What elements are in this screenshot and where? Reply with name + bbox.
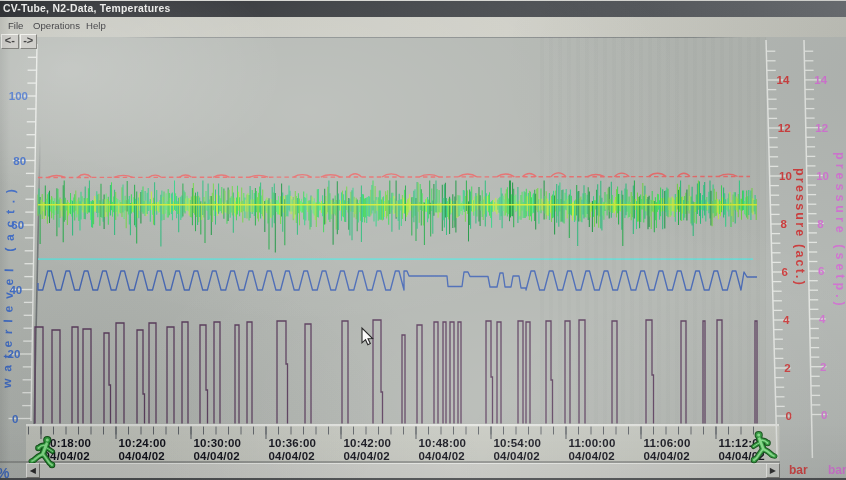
svg-text:6: 6 (818, 265, 824, 277)
svg-text:0: 0 (786, 410, 792, 422)
svg-text:10:54:00: 10:54:00 (494, 437, 542, 449)
svg-text:10:30:00: 10:30:00 (194, 437, 242, 449)
svg-text:0: 0 (12, 413, 18, 425)
svg-text:11:00:00: 11:00:00 (569, 437, 616, 449)
svg-text:10: 10 (779, 170, 792, 182)
svg-text:6: 6 (782, 266, 788, 278)
svg-text:04/04/02: 04/04/02 (494, 450, 540, 462)
svg-text:10:36:00: 10:36:00 (269, 437, 317, 449)
svg-text:12: 12 (815, 122, 828, 134)
svg-text:04/04/02: 04/04/02 (119, 450, 165, 462)
svg-text:11:06:00: 11:06:00 (644, 437, 691, 449)
svg-text:pressure (act.): pressure (act.) (793, 168, 807, 287)
svg-text:04/04/02: 04/04/02 (269, 450, 315, 462)
svg-text:12: 12 (778, 122, 791, 134)
svg-text:04/04/02: 04/04/02 (344, 450, 390, 462)
svg-text:8: 8 (817, 218, 824, 230)
svg-text:10:42:00: 10:42:00 (344, 437, 392, 449)
svg-text:bar: bar (828, 463, 846, 477)
svg-text:2: 2 (820, 361, 826, 373)
svg-text:10:48:00: 10:48:00 (419, 437, 467, 449)
svg-text:0: 0 (821, 409, 827, 421)
svg-text:14: 14 (814, 74, 827, 86)
svg-text:8: 8 (780, 218, 787, 230)
svg-text:14: 14 (777, 74, 790, 86)
svg-text:04/04/02: 04/04/02 (419, 450, 465, 462)
svg-text:100: 100 (9, 90, 28, 102)
svg-text:pressure (setp.): pressure (setp.) (833, 152, 846, 310)
svg-text:80: 80 (13, 155, 26, 167)
svg-text:4: 4 (783, 314, 790, 326)
svg-text:2: 2 (784, 362, 790, 374)
svg-text:bar: bar (789, 463, 808, 477)
svg-text:04/04/02: 04/04/02 (644, 450, 690, 462)
svg-text:4: 4 (819, 313, 826, 325)
svg-text:04/04/02: 04/04/02 (569, 450, 615, 462)
svg-text:10: 10 (816, 170, 829, 182)
svg-text:10:24:00: 10:24:00 (119, 437, 167, 449)
svg-text:04/04/02: 04/04/02 (194, 450, 240, 462)
